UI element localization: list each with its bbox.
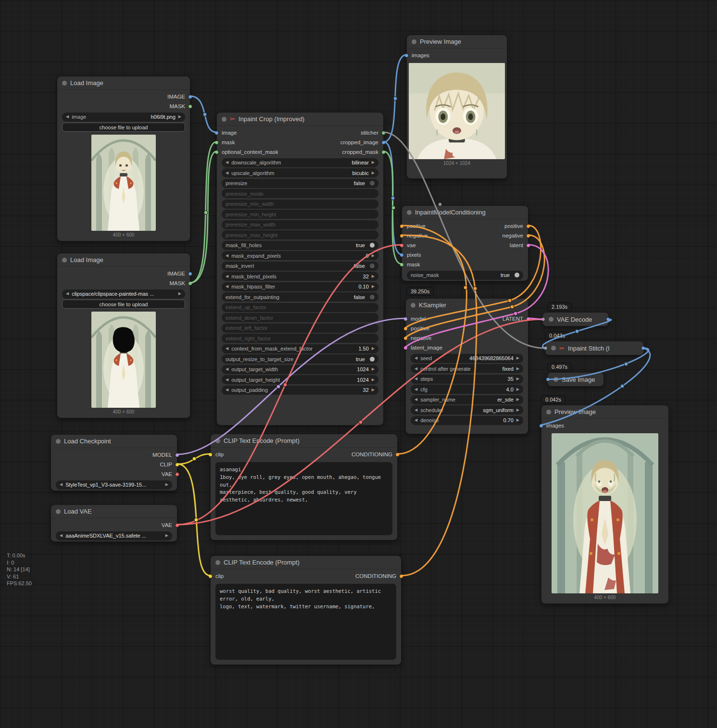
node-save-image[interactable]: Save Image — [547, 372, 604, 387]
prompt-textarea[interactable]: asanagi, 1boy, eye roll, grey eyes, open… — [215, 462, 392, 535]
port-dot[interactable] — [214, 131, 219, 135]
stepper-prev-icon[interactable]: ◀ — [415, 356, 417, 360]
stepper-next-icon[interactable]: ▶ — [372, 378, 375, 382]
port-dot[interactable] — [403, 326, 408, 331]
port-dot[interactable] — [381, 131, 386, 135]
output-port-vae[interactable]: VAE — [162, 522, 172, 528]
widget-noise-mask[interactable]: noise_mask true — [407, 271, 523, 280]
node-vae-decode[interactable]: VAE Decode — [542, 312, 609, 326]
port-dot[interactable] — [403, 336, 408, 340]
input-port-images[interactable]: images — [547, 423, 564, 428]
port-dot[interactable] — [641, 346, 645, 351]
widget-image-combo[interactable]: ◀ image h06i9t.png ▶ — [62, 113, 185, 122]
collapse-dot-icon[interactable] — [215, 439, 220, 443]
widget-cfg[interactable]: ◀ cfg 4.0 ▶ — [411, 385, 523, 394]
port-dot[interactable] — [400, 224, 404, 228]
port-dot[interactable] — [400, 263, 404, 267]
widget-mask-invert[interactable]: mask_invert false — [222, 262, 378, 271]
node-inpaint-stitch[interactable]: ✂ Inpaint Stitch (I — [545, 341, 644, 355]
port-dot[interactable] — [381, 140, 386, 145]
node-clip-text-encode-negative[interactable]: CLIP Text Encode (Prompt) clip CONDITION… — [210, 555, 402, 665]
collapse-dot-icon[interactable] — [215, 560, 220, 565]
port-dot[interactable] — [539, 424, 543, 428]
output-port-latent[interactable]: LATENT — [503, 316, 523, 322]
node-header[interactable]: CLIP Text Encode (Prompt) — [211, 556, 401, 569]
widget-output-resize-to-target-size[interactable]: output_resize_to_target_size true — [222, 354, 378, 364]
node-header[interactable]: Load VAE — [51, 505, 177, 518]
node-header[interactable]: Load Checkpoint — [51, 435, 177, 448]
input-port-negative[interactable]: negative — [411, 335, 431, 341]
node-preview-image-bottom[interactable]: Preview Image images — [541, 405, 669, 604]
port-dot[interactable] — [400, 243, 404, 248]
output-port-cropped-mask[interactable]: cropped_mask — [342, 149, 378, 155]
node-header[interactable]: Load Image — [57, 76, 190, 90]
collapse-dot-icon[interactable] — [411, 303, 415, 308]
combo-next-icon[interactable]: ▶ — [516, 367, 519, 371]
widget-context-from-mask-extend-factor[interactable]: ◀ context_from_mask_extend_factor 1.50 ▶ — [222, 344, 378, 353]
upload-button[interactable]: choose file to upload — [62, 300, 185, 309]
widget-downscale-algorithm[interactable]: ◀ downscale_algorithm bilinear ▶ — [222, 158, 378, 167]
stepper-prev-icon[interactable]: ◀ — [415, 418, 417, 422]
node-load-image-1[interactable]: Load Image IMAGE MASK ◀ image h06i9t.png… — [57, 76, 190, 241]
collapse-dot-icon[interactable] — [549, 317, 553, 322]
node-inpaint-model-conditioning[interactable]: InpaintModelConditioning positive positi… — [402, 205, 528, 281]
toggle-dot[interactable] — [370, 357, 375, 362]
toggle-dot[interactable] — [370, 181, 375, 186]
widget-extend-for-outpainting[interactable]: extend_for_outpainting false — [222, 292, 378, 301]
node-load-checkpoint[interactable]: Load Checkpoint MODEL CLIP VAE ◀ StyleTe… — [50, 434, 177, 491]
input-port-negative[interactable]: negative — [407, 233, 428, 238]
output-port-cropped-image[interactable]: cropped_image — [340, 139, 378, 145]
input-port-pixels[interactable]: pixels — [407, 252, 421, 258]
node-ksampler[interactable]: KSampler model LATENT positive negative … — [405, 298, 528, 434]
stepper-next-icon[interactable]: ▶ — [372, 347, 375, 351]
port-dot[interactable] — [400, 253, 404, 257]
widget-image-combo[interactable]: ◀ clipspace/clipspace-painted-mas ... ▶ — [62, 289, 185, 299]
widget-scheduler[interactable]: ◀ scheduler sgm_uniform ▶ — [411, 405, 523, 414]
port-dot[interactable] — [403, 317, 408, 321]
port-dot[interactable] — [175, 453, 179, 457]
port-dot[interactable] — [188, 281, 192, 286]
stepper-prev-icon[interactable]: ◀ — [226, 388, 228, 392]
port-dot[interactable] — [395, 452, 400, 457]
collapse-dot-icon[interactable] — [407, 210, 412, 215]
collapse-dot-icon[interactable] — [553, 377, 558, 382]
node-header[interactable]: Preview Image — [407, 35, 507, 49]
widget-upscale-algorithm[interactable]: ◀ upscale_algorithm bicubic ▶ — [222, 168, 378, 177]
input-port-mask[interactable]: mask — [407, 262, 420, 267]
combo-next-icon[interactable]: ▶ — [165, 483, 168, 487]
combo-prev-icon[interactable]: ◀ — [226, 161, 228, 164]
port-dot[interactable] — [188, 95, 192, 99]
widget-control-after-generate[interactable]: ◀ control after generate fixed ▶ — [411, 364, 523, 373]
widget-steps[interactable]: ◀ steps 35 ▶ — [411, 375, 523, 384]
output-port-conditioning[interactable]: CONDITIONING — [355, 573, 396, 579]
output-port-negative[interactable]: negative — [503, 233, 523, 238]
stepper-next-icon[interactable]: ▶ — [372, 254, 375, 258]
port-dot[interactable] — [214, 140, 219, 145]
input-port-model[interactable]: model — [411, 316, 426, 322]
port-dot[interactable] — [526, 234, 530, 238]
port-dot[interactable] — [188, 272, 192, 276]
toggle-dot[interactable] — [370, 243, 375, 248]
collapse-dot-icon[interactable] — [56, 439, 61, 444]
port-dot[interactable] — [541, 317, 545, 322]
node-header[interactable]: Load Image — [57, 253, 190, 267]
collapse-dot-icon[interactable] — [551, 346, 556, 351]
stepper-prev-icon[interactable]: ◀ — [415, 388, 417, 391]
combo-next-icon[interactable]: ▶ — [178, 115, 181, 119]
collapse-dot-icon[interactable] — [222, 117, 226, 122]
output-port-mask[interactable]: MASK — [169, 280, 185, 286]
node-clip-text-encode-positive[interactable]: CLIP Text Encode (Prompt) clip CONDITION… — [210, 434, 398, 540]
stepper-prev-icon[interactable]: ◀ — [226, 378, 228, 382]
output-port-positive[interactable]: positive — [504, 223, 523, 229]
widget-ckpt-name[interactable]: ◀ StyleTest_vp1_V3-save-3199-15... ▶ — [56, 480, 172, 490]
node-header[interactable]: ✂ Inpaint Crop (Improved) — [217, 113, 383, 126]
combo-prev-icon[interactable]: ◀ — [226, 171, 228, 175]
port-dot[interactable] — [543, 346, 548, 351]
stepper-next-icon[interactable]: ▶ — [516, 356, 519, 360]
collapse-dot-icon[interactable] — [56, 509, 61, 514]
port-dot[interactable] — [606, 317, 610, 322]
stepper-next-icon[interactable]: ▶ — [372, 275, 375, 278]
port-dot[interactable] — [546, 377, 550, 382]
stepper-prev-icon[interactable]: ◀ — [226, 285, 228, 289]
input-port-images[interactable]: images — [412, 52, 429, 58]
